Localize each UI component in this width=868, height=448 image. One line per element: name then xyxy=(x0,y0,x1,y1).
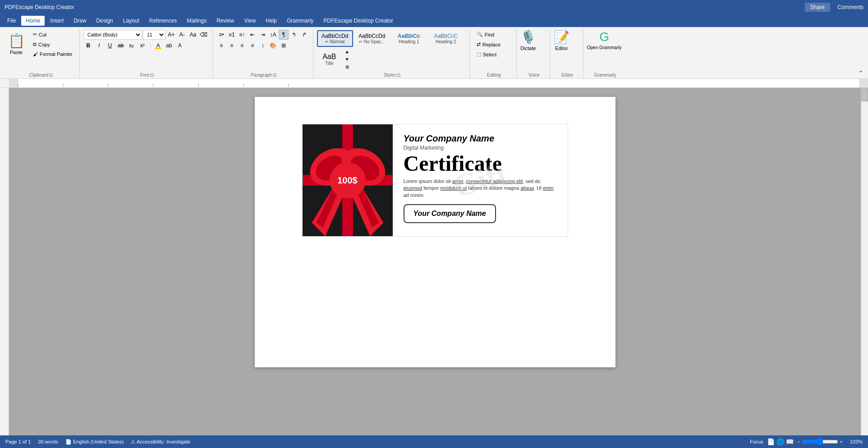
style-normal[interactable]: AaBbCcDd ↵ Normal xyxy=(317,30,353,47)
grammarly-button[interactable]: G xyxy=(599,30,609,44)
menu-review[interactable]: Review xyxy=(212,16,239,26)
read-view-btn[interactable]: 📖 xyxy=(786,438,794,445)
document-area[interactable]: 100$ Gift Your Company Name Digital Mark… xyxy=(9,88,861,447)
menu-draw[interactable]: Draw xyxy=(69,16,91,26)
menu-mailings[interactable]: Mailings xyxy=(182,16,211,26)
change-case-btn[interactable]: Aa xyxy=(188,30,198,40)
increase-indent-btn[interactable]: ⇥ xyxy=(258,30,268,40)
text-color-btn[interactable]: A xyxy=(175,41,185,50)
paragraph-label: Paragraph ⊡ xyxy=(251,73,276,78)
certificate-right: Gift Your Company Name Digital Marketing… xyxy=(393,124,568,236)
underline-button[interactable]: U xyxy=(105,41,115,50)
para-expand-icon[interactable]: ⊡ xyxy=(273,73,276,78)
align-right-btn[interactable]: ≡ xyxy=(237,41,247,50)
menu-pdfescaper[interactable]: PDFEscape Desktop Creator xyxy=(319,16,398,26)
ribbon-collapse-btn[interactable]: ⌃ xyxy=(856,29,865,78)
bullets-btn[interactable]: ≡• xyxy=(216,30,226,40)
editor-group: 📝 Editor Editor xyxy=(552,29,583,78)
styles-expand-btn[interactable]: ⊞ xyxy=(344,63,351,70)
menu-references[interactable]: References xyxy=(145,16,181,26)
justify-btn[interactable]: ≡ xyxy=(248,41,257,50)
borders-btn[interactable]: ⊞ xyxy=(279,41,289,50)
dictate-button[interactable]: 🎙️ xyxy=(520,30,536,45)
grammarly-label: Open Grammarly xyxy=(587,45,622,50)
menu-view[interactable]: View xyxy=(240,16,261,26)
copy-button[interactable]: ⧉ Copy xyxy=(30,40,76,49)
collapse-icon[interactable]: ⌃ xyxy=(856,69,865,78)
cut-button[interactable]: ✂ Cut xyxy=(30,30,76,39)
language-indicator[interactable]: 📄 English (United States) xyxy=(65,439,124,445)
superscript-btn[interactable]: x² xyxy=(138,41,147,50)
align-left-btn[interactable]: ≡ xyxy=(216,41,226,50)
rtl-btn[interactable]: ↱ xyxy=(299,30,309,40)
zoom-slider[interactable]: − + xyxy=(797,438,843,445)
accessibility-status[interactable]: ⚠ Accessibility: Investigate xyxy=(131,439,190,445)
font-decrease-btn[interactable]: A- xyxy=(177,30,187,40)
styles-expand-icon[interactable]: ⊡ xyxy=(397,73,400,78)
format-painter-button[interactable]: 🖌 Format Painter xyxy=(30,50,76,59)
shading-btn[interactable]: 🎨 xyxy=(268,41,278,50)
strikethrough-btn[interactable]: ab xyxy=(116,41,126,50)
print-view-btn[interactable]: 📄 xyxy=(767,438,775,445)
decrease-indent-btn[interactable]: ⇤ xyxy=(248,30,257,40)
styles-up-btn[interactable]: ▲ xyxy=(344,48,351,55)
find-button[interactable]: 🔍 Find xyxy=(473,30,504,39)
zoom-out-btn[interactable]: − xyxy=(797,439,800,444)
line-spacing-btn[interactable]: ↕ xyxy=(258,41,268,50)
italic-button[interactable]: I xyxy=(94,41,104,50)
select-button[interactable]: ⬚ Select xyxy=(473,50,504,59)
scrollbar-right[interactable] xyxy=(861,88,868,447)
style-heading1[interactable]: AaBbCc Heading 1 xyxy=(391,30,427,47)
clear-format-btn[interactable]: ⌫ xyxy=(199,30,209,40)
zoom-in-btn[interactable]: + xyxy=(840,439,843,444)
sort-btn[interactable]: ↕A xyxy=(268,30,278,40)
highlight-btn[interactable]: ab xyxy=(164,41,174,50)
page-info: Page 1 of 1 xyxy=(5,439,31,444)
styles-group: AaBbCcDd ↵ Normal AaBbCcDd ↵ No Spac... … xyxy=(315,29,470,78)
ruler-marks xyxy=(9,79,868,88)
replace-button[interactable]: ⇄ Replace xyxy=(473,40,504,49)
menu-design[interactable]: Design xyxy=(92,16,117,26)
share-button[interactable]: Share xyxy=(805,3,830,12)
style-heading2[interactable]: AaBbCcC Heading 2 xyxy=(428,30,464,47)
scrollbar-thumb[interactable] xyxy=(861,88,868,101)
styles-down-btn[interactable]: ▼ xyxy=(344,55,351,63)
numbering-btn[interactable]: ≡1 xyxy=(227,30,237,40)
bold-button[interactable]: B xyxy=(83,41,93,50)
subscript-btn[interactable]: x₂ xyxy=(127,41,137,50)
menu-layout[interactable]: Layout xyxy=(119,16,144,26)
cert-subtitle: Digital Marketing xyxy=(404,145,557,151)
comments-button[interactable]: Comments xyxy=(837,4,863,10)
font-family-select[interactable]: Calibri (Body) xyxy=(83,30,142,40)
font-row: Calibri (Body) 11 A+ A- Aa ⌫ B I U ab x₂ xyxy=(83,30,209,50)
menu-file[interactable]: File xyxy=(3,16,20,26)
menu-help[interactable]: Help xyxy=(261,16,281,26)
menu-home[interactable]: Home xyxy=(21,16,45,26)
language-icon: 📄 xyxy=(65,439,72,444)
align-center-btn[interactable]: ≡ xyxy=(227,41,237,50)
clipboard-expand-icon[interactable]: ⊡ xyxy=(49,73,53,78)
font-expand-icon[interactable]: ⊡ xyxy=(150,73,154,78)
menu-grammarly[interactable]: Grammarly xyxy=(282,16,318,26)
font-color-btn[interactable]: A xyxy=(153,41,163,50)
font-size-select[interactable]: 11 xyxy=(143,30,165,40)
editor-label: Editor xyxy=(555,46,568,51)
para-top: ≡• ≡1 ≡↑ ⇤ ⇥ ↕A ¶ ↰ ↱ xyxy=(216,30,309,40)
title-bar-right: Share Comments xyxy=(805,3,863,12)
paste-button[interactable]: 📋 Paste xyxy=(5,30,28,58)
zoom-level[interactable]: 103% xyxy=(846,439,863,444)
accessibility-icon: ⚠ xyxy=(131,439,135,444)
font-increase-btn[interactable]: A+ xyxy=(166,30,176,40)
style-no-spacing[interactable]: AaBbCcDd ↵ No Spac... xyxy=(354,30,390,47)
cert-desc-amet: amet xyxy=(452,178,463,184)
focus-button[interactable]: Focus xyxy=(750,439,763,444)
clipboard-small-btns: ✂ Cut ⧉ Copy 🖌 Format Painter xyxy=(30,30,76,59)
ltr-btn[interactable]: ↰ xyxy=(289,30,299,40)
menu-insert[interactable]: Insert xyxy=(46,16,68,26)
zoom-range-input[interactable] xyxy=(802,438,838,445)
editor-button[interactable]: 📝 xyxy=(554,30,569,45)
web-view-btn[interactable]: 🌐 xyxy=(776,438,784,445)
style-title[interactable]: AaB Title xyxy=(317,50,342,69)
show-hide-btn[interactable]: ¶ xyxy=(279,30,289,40)
multilevel-btn[interactable]: ≡↑ xyxy=(237,30,247,40)
